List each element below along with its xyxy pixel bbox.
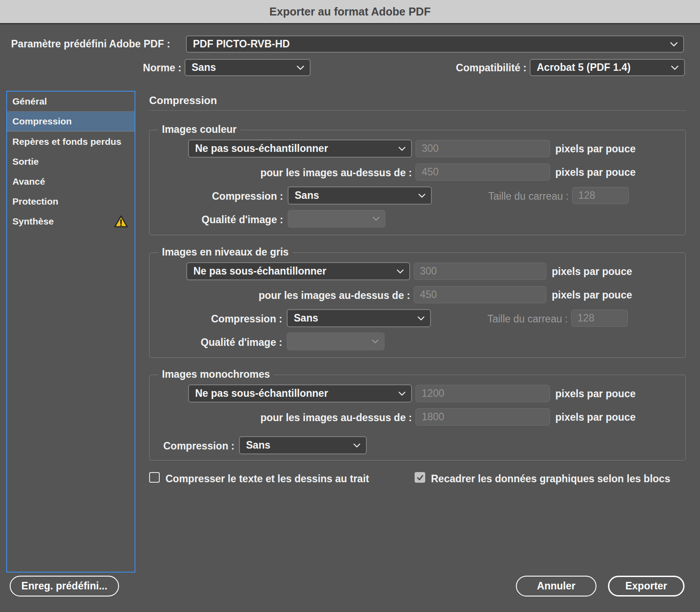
chevron-down-icon bbox=[418, 193, 426, 198]
mono-compression-value: Sans bbox=[246, 439, 270, 451]
gray-resolution-input: 300 bbox=[414, 263, 546, 280]
norme-select-value: Sans bbox=[192, 62, 216, 74]
color-tile-input: 128 bbox=[572, 187, 629, 204]
chevron-down-icon bbox=[353, 443, 361, 448]
group-legend: Images en niveaux de gris bbox=[158, 246, 292, 259]
preset-select-value: PDF PICTO-RVB-HD bbox=[193, 38, 290, 50]
mono-downsample-select[interactable]: Ne pas sous-échantillonner bbox=[188, 384, 412, 403]
gray-downsample-select[interactable]: Ne pas sous-échantillonner bbox=[186, 262, 410, 280]
panel-title: Compression bbox=[149, 95, 217, 106]
color-above-unit: pixels par pouce bbox=[555, 167, 636, 178]
compress-text-checkbox[interactable] bbox=[149, 472, 160, 483]
color-compression-select[interactable]: Sans bbox=[288, 186, 432, 205]
sidebar-item-label: Compression bbox=[12, 116, 72, 127]
gray-downsample-value: Ne pas sous-échantillonner bbox=[193, 265, 326, 277]
window-title: Exporter au format Adobe PDF bbox=[269, 5, 431, 18]
chevron-down-icon bbox=[398, 391, 406, 396]
export-button[interactable]: Exporter bbox=[608, 576, 685, 597]
sidebar-item-label: Synthèse bbox=[12, 216, 54, 227]
gray-quality-label: Qualité d'image : bbox=[185, 337, 282, 348]
color-downsample-value: Ne pas sous-échantillonner bbox=[195, 143, 328, 155]
sidebar-item-sortie[interactable]: Sortie bbox=[7, 151, 135, 171]
group-legend: Images couleur bbox=[158, 124, 241, 136]
mono-above-input: 1800 bbox=[415, 408, 550, 426]
chevron-down-icon bbox=[670, 65, 679, 70]
sidebar-item-general[interactable]: Général bbox=[7, 92, 135, 112]
chevron-down-icon bbox=[372, 216, 380, 221]
crop-data-checkbox[interactable] bbox=[415, 472, 425, 483]
panel-separator bbox=[149, 110, 686, 111]
color-downsample-select[interactable]: Ne pas sous-échantillonner bbox=[188, 139, 412, 158]
chevron-down-icon bbox=[669, 41, 678, 47]
mono-compression-select[interactable]: Sans bbox=[239, 436, 367, 454]
gray-above-unit: pixels par pouce bbox=[552, 290, 632, 301]
color-resolution-unit: pixels par pouce bbox=[555, 143, 636, 155]
gray-compression-select[interactable]: Sans bbox=[287, 309, 431, 327]
titlebar[interactable]: Exporter au format Adobe PDF bbox=[0, 0, 700, 24]
gray-resolution-unit: pixels par pouce bbox=[552, 266, 632, 277]
chevron-down-icon bbox=[398, 146, 406, 151]
gray-above-input: 450 bbox=[414, 286, 546, 303]
norme-select[interactable]: Sans bbox=[185, 59, 311, 76]
chevron-down-icon bbox=[296, 65, 305, 70]
mono-above-label: pour les images au-dessus de : bbox=[243, 412, 412, 423]
mono-above-unit: pixels par pouce bbox=[555, 412, 636, 423]
gray-tile-input: 128 bbox=[571, 310, 628, 327]
export-pdf-dialog: Exporter au format Adobe PDF Paramètre p… bbox=[0, 0, 700, 612]
crop-data-label[interactable]: Recadrer les données graphiques selon le… bbox=[431, 473, 670, 484]
gray-above-label: pour les images au-dessus de : bbox=[242, 290, 410, 301]
chevron-down-icon bbox=[396, 269, 404, 274]
sidebar-item-avance[interactable]: Avancé bbox=[7, 171, 135, 191]
color-compression-label: Compression : bbox=[195, 191, 283, 202]
color-quality-label: Qualité d'image : bbox=[186, 214, 283, 225]
warning-icon bbox=[114, 215, 128, 228]
color-above-input: 450 bbox=[415, 163, 550, 181]
gray-compression-value: Sans bbox=[294, 312, 318, 324]
color-resolution-input: 300 bbox=[415, 140, 550, 157]
sidebar-item-label: Sortie bbox=[12, 156, 39, 167]
group-legend: Images monochromes bbox=[158, 368, 274, 381]
chevron-down-icon bbox=[371, 339, 379, 344]
sidebar-item-synthese[interactable]: Synthèse bbox=[7, 211, 135, 231]
color-quality-select bbox=[288, 210, 385, 228]
color-compression-value: Sans bbox=[295, 190, 319, 201]
mono-downsample-value: Ne pas sous-échantillonner bbox=[195, 387, 328, 399]
sidebar-item-label: Repères et fonds perdus bbox=[12, 136, 121, 147]
save-preset-button[interactable]: Enreg. prédéfini... bbox=[10, 576, 119, 597]
sidebar-item-label: Général bbox=[12, 96, 47, 107]
sidebar-item-label: Protection bbox=[12, 196, 58, 207]
check-icon bbox=[416, 473, 424, 482]
sidebar: Général Compression Repères et fonds per… bbox=[6, 91, 135, 573]
norme-label: Norme : bbox=[102, 62, 181, 74]
sidebar-item-label: Avancé bbox=[12, 176, 45, 187]
mono-resolution-unit: pixels par pouce bbox=[555, 388, 636, 399]
sidebar-item-protection[interactable]: Protection bbox=[7, 191, 135, 211]
compatibility-select[interactable]: Acrobat 5 (PDF 1.4) bbox=[530, 59, 685, 76]
compress-text-label[interactable]: Compresser le texte et les dessins au tr… bbox=[165, 473, 369, 484]
preset-label: Paramètre prédéfini Adobe PDF : bbox=[11, 39, 170, 50]
gray-compression-label: Compression : bbox=[194, 314, 282, 325]
chevron-down-icon bbox=[417, 316, 425, 321]
sidebar-item-reperes-fonds-perdus[interactable]: Repères et fonds perdus bbox=[7, 132, 135, 151]
color-tile-label: Taille du carreau : bbox=[469, 191, 569, 202]
gray-tile-label: Taille du carreau : bbox=[468, 314, 568, 325]
compatibility-label: Compatibilité : bbox=[420, 62, 527, 74]
mono-compression-label: Compression : bbox=[146, 441, 235, 452]
preset-select[interactable]: PDF PICTO-RVB-HD bbox=[186, 35, 684, 53]
color-above-label: pour les images au-dessus de : bbox=[243, 167, 412, 178]
gray-quality-select bbox=[287, 333, 385, 350]
sidebar-item-compression[interactable]: Compression bbox=[7, 112, 135, 132]
mono-resolution-input: 1200 bbox=[415, 385, 550, 402]
cancel-button[interactable]: Annuler bbox=[516, 576, 596, 597]
compatibility-select-value: Acrobat 5 (PDF 1.4) bbox=[537, 62, 631, 74]
